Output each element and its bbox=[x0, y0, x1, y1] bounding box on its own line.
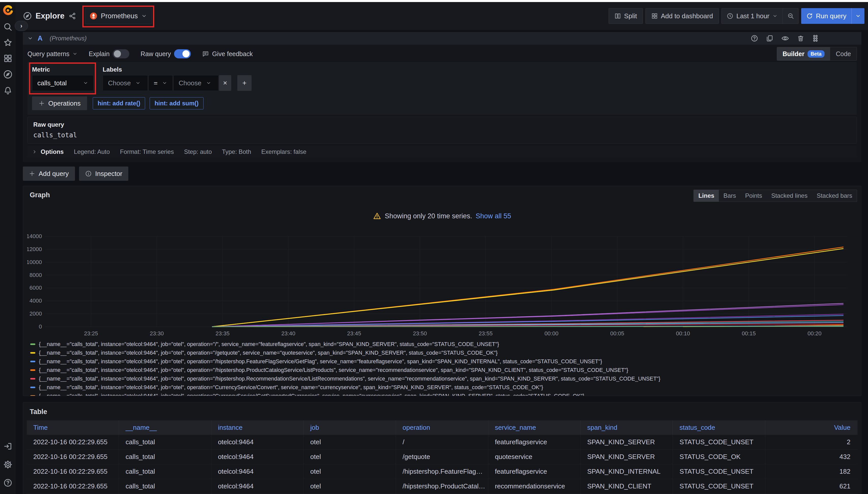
zoom-out-icon bbox=[788, 13, 794, 19]
drag-handle-icon[interactable] bbox=[812, 35, 819, 42]
legend-item[interactable]: {__name__="calls_total", instance="otelc… bbox=[30, 366, 857, 375]
graph-style-switch: LinesBarsPointsStacked linesStacked bars bbox=[693, 190, 857, 202]
time-series-chart[interactable]: 23:2523:3023:3523:4023:4523:5023:5500:00… bbox=[27, 233, 849, 338]
table-header-operation[interactable]: operation bbox=[396, 420, 488, 435]
add-label-filter-button[interactable]: + bbox=[237, 75, 252, 91]
table-cell: otel bbox=[304, 479, 396, 494]
graph-panel: Graph LinesBarsPointsStacked linesStacke… bbox=[23, 186, 862, 396]
beta-badge: Beta bbox=[808, 50, 825, 58]
svg-text:00:10: 00:10 bbox=[676, 330, 690, 337]
alerting-bell-icon[interactable] bbox=[3, 86, 13, 95]
page-title: Explore bbox=[36, 12, 65, 21]
table-panel: Table Time__name__instancejoboperationse… bbox=[23, 402, 862, 494]
starred-icon[interactable] bbox=[3, 38, 13, 47]
raw-query-toggle[interactable] bbox=[174, 49, 191, 58]
explore-title-icon bbox=[23, 12, 32, 21]
raw-query-value: calls_total bbox=[33, 131, 851, 139]
datasource-picker[interactable]: Prometheus bbox=[85, 8, 152, 24]
legend-item[interactable]: {__name__="calls_total", instance="otelc… bbox=[30, 392, 857, 396]
label-operator-select[interactable]: = bbox=[148, 75, 173, 91]
explain-toggle[interactable] bbox=[112, 49, 129, 58]
table-header--name-[interactable]: __name__ bbox=[119, 420, 211, 435]
show-all-series-link[interactable]: Show all 55 bbox=[476, 212, 511, 220]
datasource-name: Prometheus bbox=[101, 12, 138, 20]
legend-item[interactable]: {__name__="calls_total", instance="otelc… bbox=[30, 375, 857, 383]
help-icon[interactable] bbox=[3, 478, 13, 488]
table-header-job[interactable]: job bbox=[304, 420, 396, 435]
collapse-chevron-icon[interactable] bbox=[28, 36, 33, 41]
legend-item[interactable]: {__name__="calls_total", instance="otelc… bbox=[30, 383, 857, 392]
svg-text:14000: 14000 bbox=[27, 233, 42, 240]
prometheus-icon bbox=[90, 12, 97, 20]
table-cell: /getquote bbox=[396, 450, 488, 464]
add-query-button[interactable]: Add query bbox=[23, 167, 75, 181]
explain-label: Explain bbox=[89, 50, 109, 58]
hide-response-eye-icon[interactable] bbox=[781, 34, 789, 42]
svg-text:12000: 12000 bbox=[27, 246, 42, 252]
sidebar-expand-button[interactable]: › bbox=[15, 21, 28, 31]
give-feedback-link[interactable]: Give feedback bbox=[202, 50, 253, 58]
time-range-button[interactable]: Last 1 hour bbox=[722, 8, 783, 24]
table-cell: /hipstershop.ProductCatalogService/ListP… bbox=[396, 479, 488, 494]
legend-item[interactable]: {__name__="calls_total", instance="otelc… bbox=[30, 357, 857, 366]
split-icon bbox=[614, 13, 621, 19]
settings-gear-icon[interactable] bbox=[3, 460, 13, 469]
svg-text:23:40: 23:40 bbox=[281, 330, 295, 337]
query-hint-button[interactable]: hint: add sum() bbox=[150, 97, 203, 109]
graph-style-stacked-lines[interactable]: Stacked lines bbox=[766, 190, 812, 202]
table-row: 2022-10-16 00:22:29.655calls_totalotelco… bbox=[27, 449, 857, 464]
zoom-out-time-button[interactable] bbox=[783, 8, 798, 24]
sign-in-icon[interactable] bbox=[3, 442, 13, 451]
explore-compass-icon[interactable] bbox=[3, 70, 13, 79]
run-query-button[interactable]: Run query bbox=[801, 8, 865, 24]
graph-style-lines[interactable]: Lines bbox=[694, 190, 719, 202]
table-cell: 2 bbox=[765, 435, 857, 449]
query-options-row[interactable]: Options Legend: AutoFormat: Time seriesS… bbox=[28, 146, 857, 158]
raw-query-box: Raw query calls_total bbox=[28, 117, 857, 144]
operations-button[interactable]: Operations bbox=[32, 96, 87, 110]
legend-swatch bbox=[30, 378, 35, 380]
add-to-dashboard-button[interactable]: Add to dashboard bbox=[646, 8, 719, 24]
inspector-button[interactable]: Inspector bbox=[79, 167, 129, 181]
search-icon[interactable] bbox=[3, 22, 13, 32]
split-button[interactable]: Split bbox=[609, 8, 643, 24]
top-strip bbox=[0, 0, 868, 2]
legend-item[interactable]: {__name__="calls_total", instance="otelc… bbox=[30, 348, 857, 357]
metric-select[interactable]: calls_total bbox=[32, 75, 93, 91]
svg-text:10000: 10000 bbox=[27, 259, 42, 265]
query-row-header[interactable]: A (Prometheus) bbox=[23, 32, 862, 45]
builder-mode-button[interactable]: Builder Beta bbox=[777, 47, 830, 60]
run-query-caret[interactable] bbox=[851, 8, 865, 24]
grafana-logo[interactable] bbox=[0, 2, 16, 19]
chevron-down-icon bbox=[141, 13, 147, 19]
table-header-service-name[interactable]: service_name bbox=[488, 420, 581, 435]
table-header-span-kind[interactable]: span_kind bbox=[581, 420, 673, 435]
code-mode-button[interactable]: Code bbox=[830, 47, 856, 60]
table-cell: STATUS_CODE_UNSET bbox=[673, 464, 765, 479]
remove-query-trash-icon[interactable] bbox=[797, 35, 804, 42]
table-header-value[interactable]: Value bbox=[765, 420, 857, 435]
table-header-time[interactable]: Time bbox=[27, 420, 119, 435]
table-header-instance[interactable]: instance bbox=[212, 420, 304, 435]
table-header-status-code[interactable]: status_code bbox=[673, 420, 765, 435]
query-patterns-dropdown[interactable]: Query patterns bbox=[28, 50, 77, 58]
table-cell: SPAN_KIND_CLIENT bbox=[581, 479, 673, 494]
dashboards-icon[interactable] bbox=[3, 54, 13, 63]
svg-text:4000: 4000 bbox=[30, 298, 42, 304]
share-icon[interactable] bbox=[69, 12, 76, 20]
chevron-right-icon bbox=[32, 149, 37, 154]
query-help-icon[interactable] bbox=[751, 35, 758, 42]
graph-style-stacked-bars[interactable]: Stacked bars bbox=[812, 190, 857, 202]
table-cell: 2022-10-16 00:22:29.655 bbox=[27, 435, 119, 449]
table-cell: / bbox=[396, 435, 488, 449]
query-hint-button[interactable]: hint: add rate() bbox=[93, 97, 145, 109]
duplicate-query-icon[interactable] bbox=[766, 35, 774, 42]
graph-style-points[interactable]: Points bbox=[740, 190, 766, 202]
legend-item[interactable]: {__name__="calls_total", instance="otelc… bbox=[30, 340, 857, 348]
query-option-summary: Type: Both bbox=[222, 148, 251, 155]
legend-swatch bbox=[30, 395, 35, 396]
remove-label-filter-button[interactable]: × bbox=[219, 75, 231, 91]
label-value-select[interactable]: Choose bbox=[173, 75, 218, 91]
label-name-select[interactable]: Choose bbox=[103, 75, 148, 91]
graph-style-bars[interactable]: Bars bbox=[719, 190, 740, 202]
